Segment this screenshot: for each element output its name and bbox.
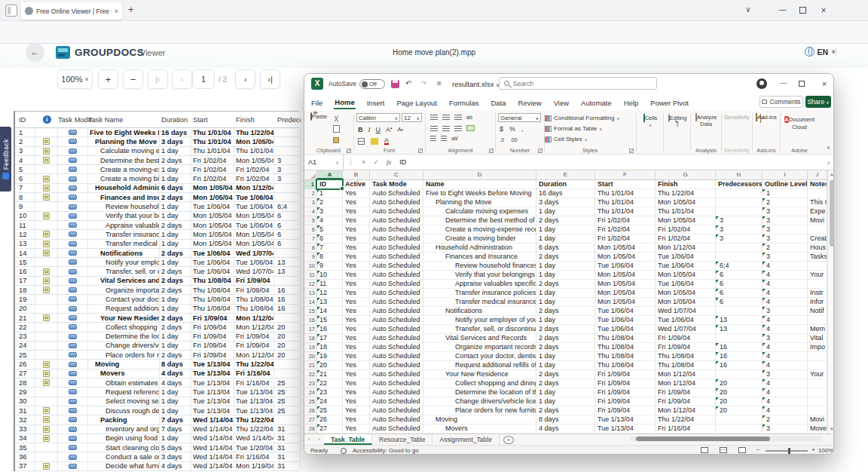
excel-cell-predecessors[interactable] <box>716 370 763 379</box>
excel-cell-predecessors[interactable]: 20 <box>716 379 763 388</box>
excel-cell-notes[interactable]: Your <box>808 370 827 379</box>
excel-cell-name[interactable]: Contact your doctor, dentist, and other <box>423 352 536 361</box>
excel-header-active[interactable]: Active <box>343 180 370 189</box>
excel-cell-notes[interactable]: Movi <box>808 216 827 225</box>
excel-header-duration[interactable]: Duration <box>536 180 595 189</box>
browser-tab[interactable]: Free Online Viewer | Free Group × <box>21 2 122 20</box>
excel-cell-active[interactable]: Yes <box>343 244 370 253</box>
excel-cell-id[interactable]: 11 <box>317 280 343 289</box>
excel-cell-active[interactable]: Yes <box>343 415 370 424</box>
excel-cell-finish[interactable]: Fri 1/02/04 <box>656 225 716 234</box>
excel-cell-finish[interactable]: Thu 1/08/04 <box>656 352 716 361</box>
excel-header-predecessors[interactable]: Predecessors <box>716 180 763 189</box>
excel-cell-name[interactable]: Finances and Insurance <box>423 253 536 262</box>
excel-header-finish[interactable]: Finish <box>656 180 716 189</box>
undo-icon[interactable]: ↶ <box>405 79 411 87</box>
excel-cell-task-mode[interactable]: Auto Scheduled <box>370 379 423 388</box>
decrease-indent-icon[interactable] <box>430 136 436 141</box>
row-header-26[interactable]: 26 <box>304 406 317 415</box>
ribbon-tab-power-pivot[interactable]: Power Pivot <box>649 97 689 109</box>
excel-cell-duration[interactable]: 1 day <box>536 298 595 307</box>
row-header-6[interactable]: 6 <box>304 225 317 234</box>
excel-cell-name[interactable]: Review household finances <box>423 262 536 271</box>
alignment-dialog-launcher[interactable] <box>489 149 494 153</box>
fx-icon[interactable]: fx <box>383 158 396 166</box>
excel-cell-predecessors[interactable] <box>716 207 763 216</box>
row-header-4[interactable]: 4 <box>304 207 317 216</box>
window-minimize-button[interactable]: — <box>776 5 790 14</box>
excel-cell-finish[interactable]: Mon 1/05/04 <box>656 289 716 298</box>
cut-icon[interactable] <box>333 115 340 122</box>
excel-cell-predecessors[interactable] <box>716 198 763 207</box>
window-restore-button[interactable] <box>796 7 809 15</box>
excel-cell-task-mode[interactable]: Auto Scheduled <box>370 424 423 434</box>
excel-cell-task-mode[interactable]: Auto Scheduled <box>370 352 423 361</box>
excel-cell-duration[interactable]: 1 day <box>536 388 595 397</box>
ribbon-tab-formulas[interactable]: Formulas <box>448 97 480 109</box>
sheet-tab-resource_table[interactable]: Resource_Table <box>372 434 432 445</box>
excel-cell-outline-level[interactable]: 4 <box>763 406 808 415</box>
excel-cell-name[interactable]: Change drivers/vehicle licenses <box>423 397 536 406</box>
excel-cell-predecessors[interactable]: 3 <box>716 216 763 225</box>
excel-cell-duration[interactable]: 3 days <box>536 198 595 207</box>
excel-cell-start[interactable]: Tue 1/06/04 <box>595 325 656 334</box>
excel-cell-finish[interactable]: Thu 1/01/04 <box>656 207 716 216</box>
excel-header-name[interactable]: Name <box>423 180 536 189</box>
excel-cell-notes[interactable]: Impo <box>808 343 827 352</box>
excel-cell-start[interactable]: Tue 1/06/04 <box>595 262 656 271</box>
excel-cell-start[interactable]: Thu 1/01/04 <box>595 189 656 198</box>
horizontal-scroll-thumb[interactable] <box>636 437 770 441</box>
excel-cell-start[interactable]: Mon 1/05/04 <box>595 244 656 253</box>
excel-cell-duration[interactable]: 6 days <box>536 244 595 253</box>
excel-cell-id[interactable]: 24 <box>317 397 343 406</box>
percent-icon[interactable]: % <box>509 125 515 133</box>
excel-cell-finish[interactable]: Fri 1/09/04 <box>656 388 716 397</box>
editing-button[interactable]: Editing∨ <box>665 115 690 128</box>
tab-close-icon[interactable]: × <box>115 8 118 15</box>
decrease-decimal-icon[interactable]: .00 <box>510 137 518 143</box>
excel-header-notes[interactable]: Notes <box>808 180 827 189</box>
row-header-5[interactable]: 5 <box>304 216 317 225</box>
excel-cell-predecessors[interactable]: 16 <box>716 352 763 361</box>
excel-cell-name[interactable]: Determine the location of the nearest <box>423 388 536 397</box>
zoom-slider[interactable] <box>766 450 808 452</box>
excel-cell-name[interactable]: Notify your employer of your relocation <box>423 316 536 325</box>
excel-cell-active[interactable]: Yes <box>343 361 370 370</box>
column-header-C[interactable]: C <box>370 170 423 179</box>
excel-cell-duration[interactable]: 2 days <box>536 406 595 415</box>
excel-cell-name[interactable]: Your New Residence <box>423 370 536 379</box>
column-header-I[interactable]: I <box>763 170 808 179</box>
excel-cell-task-mode[interactable]: Auto Scheduled <box>370 406 423 415</box>
excel-cell-id[interactable]: 1 <box>317 189 343 198</box>
excel-cell-active[interactable]: Yes <box>343 424 370 434</box>
excel-cell-active[interactable]: Yes <box>343 189 370 198</box>
excel-cell-active[interactable]: Yes <box>343 325 370 334</box>
excel-cell-outline-level[interactable]: 4 <box>763 343 808 352</box>
excel-cell-start[interactable]: Fri 1/09/04 <box>595 370 656 379</box>
row-header-14[interactable]: 14 <box>304 298 317 307</box>
row-header-24[interactable]: 24 <box>304 388 317 397</box>
align-bottom-icon[interactable] <box>454 115 462 120</box>
excel-cell-task-mode[interactable]: Auto Scheduled <box>370 234 423 244</box>
excel-cell-task-mode[interactable]: Auto Scheduled <box>370 307 423 316</box>
excel-cell-name[interactable]: Appraise valuables specifically listed <box>423 280 536 289</box>
excel-cell-predecessors[interactable]: 3 <box>716 225 763 234</box>
excel-cell-name[interactable]: Movers <box>423 424 536 434</box>
excel-cell-id[interactable]: 5 <box>317 225 343 234</box>
column-header-J[interactable]: J <box>808 170 827 179</box>
excel-cell-active[interactable]: Yes <box>343 397 370 406</box>
fill-color-icon[interactable] <box>371 138 378 145</box>
excel-cell-outline-level[interactable]: 2 <box>763 198 808 207</box>
row-header-19[interactable]: 19 <box>304 343 317 352</box>
paste-button[interactable]: Paste <box>309 113 329 120</box>
excel-cell-active[interactable]: Yes <box>343 234 370 244</box>
excel-cell-id[interactable]: 20 <box>317 361 343 370</box>
excel-cell-start[interactable]: Tue 1/06/04 <box>595 307 656 316</box>
excel-cell-notes[interactable]: Infor <box>808 298 827 307</box>
excel-cell-duration[interactable]: 2 days <box>536 253 595 262</box>
excel-cell-name[interactable]: Create a moving-expense receipts file <box>423 225 536 234</box>
excel-cell-finish[interactable]: Tue 1/06/04 <box>656 280 716 289</box>
cells-button[interactable]: Cells∨ <box>638 115 662 128</box>
wrap-text-icon[interactable]: ab <box>466 115 472 120</box>
excel-cell-notes[interactable]: Mem <box>808 325 827 334</box>
